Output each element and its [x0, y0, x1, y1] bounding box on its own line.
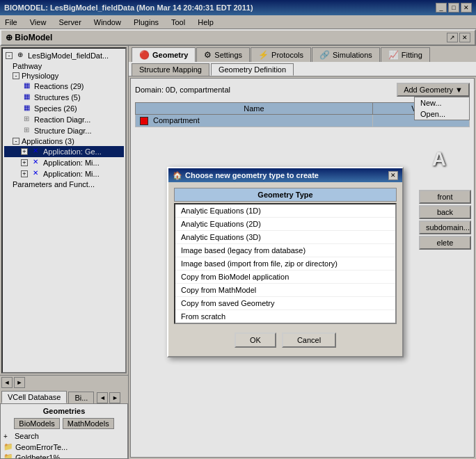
modal-title-text-label: Choose new geometry type to create — [185, 171, 319, 179]
modal-close-button[interactable]: ✕ — [388, 171, 398, 180]
modal-buttons: OK Cancel — [174, 330, 397, 351]
modal-list: Analytic Equations (1D) Analytic Equatio… — [174, 203, 397, 324]
modal-overlay: 🏠 Choose new geometry type to create ✕ G… — [0, 0, 476, 459]
modal-item-2[interactable]: Analytic Equations (3D) — [175, 231, 395, 244]
modal-item-1[interactable]: Analytic Equations (2D) — [175, 218, 395, 231]
modal-title-icon: 🏠 — [173, 171, 182, 180]
modal-dialog: 🏠 Choose new geometry type to create ✕ G… — [167, 167, 404, 357]
modal-title: 🏠 Choose new geometry type to create — [173, 171, 319, 180]
modal-item-8[interactable]: From scratch — [175, 310, 395, 323]
modal-content: Geometry Type Analytic Equations (1D) An… — [168, 182, 402, 356]
modal-item-3[interactable]: Image based (legacy from database) — [175, 244, 395, 257]
modal-item-7[interactable]: Copy from saved Geometry — [175, 297, 395, 310]
modal-list-header: Geometry Type — [174, 188, 397, 202]
modal-cancel-button[interactable]: Cancel — [282, 332, 336, 348]
modal-item-5[interactable]: Copy from BioModel application — [175, 271, 395, 284]
modal-title-bar: 🏠 Choose new geometry type to create ✕ — [168, 168, 402, 182]
modal-item-0[interactable]: Analytic Equations (1D) — [175, 204, 395, 218]
modal-item-4[interactable]: Image based (import from file, zip or di… — [175, 257, 395, 271]
modal-ok-button[interactable]: OK — [235, 332, 276, 348]
modal-item-6[interactable]: Copy from MathModel — [175, 284, 395, 297]
